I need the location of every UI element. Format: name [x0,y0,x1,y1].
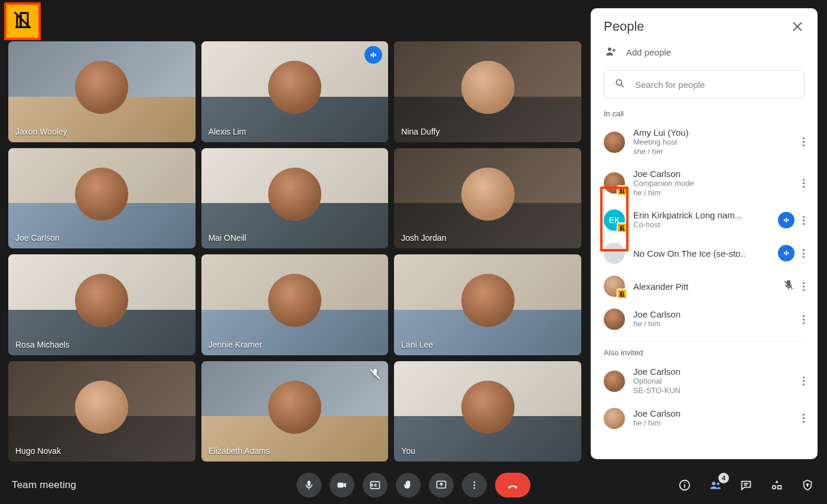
person-more-button[interactable] [803,377,805,385]
svg-rect-13 [786,218,787,222]
people-button[interactable]: 4 [708,477,723,493]
add-people-button[interactable]: Add people [591,38,818,64]
video-tile[interactable]: Joe Carlson [8,148,196,249]
meeting-details-button[interactable] [677,477,692,493]
svg-point-31 [712,482,715,485]
participant-name: Rosa Michaels [15,340,70,349]
svg-point-7 [608,47,611,51]
video-tile[interactable]: Mai ONeill [201,148,389,249]
svg-point-8 [616,80,621,85]
people-panel: People Add people In call Amy Lui (You)M… [591,8,818,459]
person-row[interactable]: Alexander Pitt [591,270,818,303]
microphone-button[interactable] [297,473,321,498]
svg-rect-12 [784,219,785,221]
avatar [604,408,625,429]
person-name: Joe Carlson [633,169,795,179]
svg-point-30 [684,482,685,483]
person-more-button[interactable] [803,249,805,258]
svg-rect-36 [778,486,782,489]
activities-button[interactable] [769,477,784,493]
avatar [604,172,625,194]
more-options-button[interactable] [462,473,487,498]
person-more-button[interactable] [803,414,805,423]
person-sub: he / him [633,188,795,198]
video-tile[interactable]: Jaxon Wooley [8,41,196,142]
person-row[interactable]: Joe Carlsonhe / him [591,402,818,435]
participant-name: Lani Lee [401,340,433,349]
person-name: Joe Carlson [633,408,795,418]
companion-mode-highlight [4,2,41,40]
people-list: In call Amy Lui (You)Meeting hostshe / h… [591,107,818,459]
svg-point-37 [807,484,809,486]
participant-name: Josh Jordan [401,233,446,243]
present-button[interactable] [429,473,454,498]
avatar [604,132,625,153]
person-more-button[interactable] [803,179,805,188]
person-more-button[interactable] [803,138,805,146]
person-row[interactable]: Joe CarlsonCompanion modehe / him [591,163,818,204]
hangup-button[interactable] [495,473,530,498]
companion-badge-icon [617,222,627,233]
video-tile[interactable]: Hugo Novak [8,361,196,462]
person-sub: SE-STO-KUN [633,386,795,395]
people-search[interactable] [604,70,805,99]
person-more-button[interactable] [803,315,805,324]
participant-name: Joe Carlson [15,233,60,243]
participant-name: Mai ONeill [209,233,247,243]
video-tile[interactable]: Rosa Michaels [8,254,196,355]
avatar [604,371,625,392]
svg-point-32 [717,482,719,485]
person-row[interactable]: Amy Lui (You)Meeting hostshe / her [591,122,818,163]
svg-line-9 [621,85,624,87]
search-icon [614,77,626,91]
video-tile[interactable]: Jennie Kramer [201,254,389,355]
camera-button[interactable] [330,473,354,498]
people-panel-title: People [604,19,644,34]
person-row[interactable]: No Cow On The Ice (se-sto.. [591,237,818,270]
person-add-icon [604,45,617,60]
video-tile[interactable]: Lani Lee [394,254,581,355]
person-sub: she / her [633,147,795,156]
info-controls: 4 [677,477,815,493]
svg-rect-15 [784,252,785,254]
svg-point-26 [474,485,476,486]
people-count-badge: 4 [718,473,729,483]
companion-badge-icon [617,185,627,196]
video-tile[interactable]: Elizabeth Adams [201,361,389,462]
meeting-title: Team meeting [12,479,76,491]
video-tile[interactable]: Alexis Lim [201,41,389,142]
person-row[interactable]: EKErin Kirkpatrick Long nam...Co-host [591,204,818,237]
video-tile[interactable]: You [394,361,581,462]
avatar: EK [604,210,625,231]
svg-rect-14 [787,219,789,221]
person-more-button[interactable] [803,216,805,225]
person-name: Joe Carlson [633,309,795,319]
person-row[interactable]: Joe Carlsonhe / him [591,303,818,336]
chat-button[interactable] [738,477,754,493]
captions-button[interactable] [363,473,388,498]
video-tile[interactable]: Nina Duffy [394,41,581,142]
person-row[interactable]: Joe CarlsonOptionalSE-STO-KUN [591,361,818,402]
svg-rect-3 [375,54,376,57]
person-more-button[interactable] [803,282,805,291]
svg-rect-16 [786,251,787,256]
raise-hand-button[interactable] [396,473,421,498]
domain-disabled-icon [12,9,33,33]
person-sub: he / him [633,418,795,428]
bottom-bar: Team meeting 4 [0,466,827,504]
person-sub: Optional [633,377,795,386]
mic-off-icon [368,367,382,381]
participant-name: Elizabeth Adams [209,446,270,456]
close-icon[interactable] [790,19,805,34]
avatar [604,276,625,297]
person-sub: Meeting host [633,138,795,147]
mic-off-icon [783,279,795,293]
host-controls-button[interactable] [800,477,815,493]
participant-name: Alexis Lim [209,127,246,136]
avatar [604,309,625,330]
video-tile[interactable]: Josh Jordan [394,148,581,249]
svg-point-25 [474,482,476,483]
section-also-invited: Also invited [591,346,818,361]
speaking-indicator-icon [778,245,795,261]
people-search-input[interactable] [634,79,795,90]
